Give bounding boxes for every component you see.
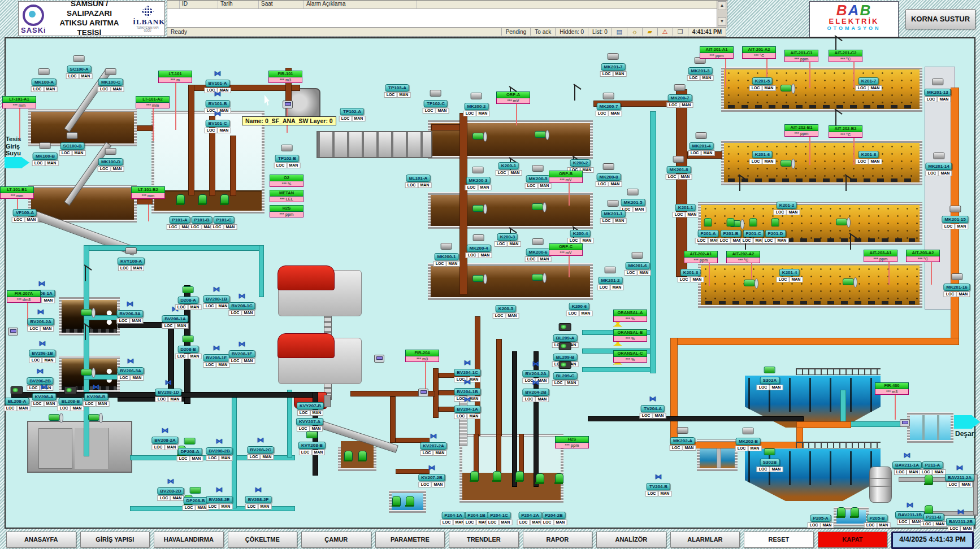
mode-loc[interactable]: LOC xyxy=(465,185,478,190)
device-tag-label[interactable]: BV208-1E xyxy=(203,354,230,361)
mode-loc[interactable]: LOC xyxy=(774,210,787,215)
device-BL101-A[interactable]: BL101-ALOCMAN xyxy=(405,172,432,188)
device-tag-label[interactable]: MK200-2 xyxy=(465,103,489,110)
device-VF100-A[interactable]: VF100-ALOCMAN xyxy=(12,206,38,223)
device-MK100-D[interactable]: MK100-DLOCMAN xyxy=(98,148,124,172)
mode-man[interactable]: MAN xyxy=(433,450,446,456)
mode-loc[interactable]: LOC xyxy=(420,450,433,456)
device-BV208-2B[interactable]: ⋈BV208-2BLOCMAN xyxy=(206,438,232,461)
mode-man[interactable]: MAN xyxy=(658,491,671,496)
mode-loc[interactable]: LOC xyxy=(596,111,609,116)
mode-loc[interactable]: LOC xyxy=(203,362,216,368)
mode-man[interactable]: MAN xyxy=(96,401,109,407)
mode-man[interactable]: MAN xyxy=(16,406,30,411)
device-MK200-4[interactable]: MK200-4LOCMAN xyxy=(466,234,492,258)
mode-loc[interactable]: LOC xyxy=(189,224,202,230)
device-BV206-3A[interactable]: ⋈BV206-3ALOCMAN xyxy=(116,301,143,324)
mode-man[interactable]: MAN xyxy=(175,323,188,329)
mode-man[interactable]: MAN xyxy=(131,265,144,271)
device-tag-label[interactable]: MK201-15 xyxy=(942,216,968,223)
mode-loc[interactable]: LOC xyxy=(58,406,71,411)
alarm-scrollbar[interactable]: ▲▼ xyxy=(717,1,727,27)
device-tag-label[interactable]: BV204-1C xyxy=(454,369,480,376)
device-BV208-2A[interactable]: ⋈BV208-2ALOCMAN xyxy=(151,428,178,450)
mode-loc[interactable]: LOC xyxy=(4,406,17,411)
device-tag-label[interactable]: BV204-2B xyxy=(522,389,549,396)
mode-man[interactable]: MAN xyxy=(260,454,274,460)
device-tag-label[interactable]: MK201-2 xyxy=(599,277,623,284)
device-P204-2B[interactable]: P204-2BLOCMAN xyxy=(541,509,567,525)
mode-man[interactable]: MAN xyxy=(685,212,699,217)
mode-man[interactable]: MAN xyxy=(478,185,491,190)
device-tag-label[interactable]: P211-B xyxy=(923,513,944,521)
device-TV204-B[interactable]: ⋈TV204-BLOCMAN xyxy=(645,474,672,496)
device-MK201-13[interactable]: MK201-13LOCMAN xyxy=(924,79,951,102)
mode-man[interactable]: MAN xyxy=(608,181,622,187)
device-KV207-2A[interactable]: ⋈KV207-2ALOCMAN xyxy=(420,433,446,456)
mode-man[interactable]: MAN xyxy=(79,73,92,79)
device-MK202-A[interactable]: MK202-ALOCMAN xyxy=(670,427,696,451)
mode-man[interactable]: MAN xyxy=(610,285,623,290)
mode-man[interactable]: MAN xyxy=(565,380,578,386)
mode-man[interactable]: MAN xyxy=(535,396,549,402)
horn-mute-button[interactable]: KORNA SUSTUR xyxy=(905,9,975,29)
mode-man[interactable]: MAN xyxy=(44,86,57,92)
mode-man[interactable]: MAN xyxy=(41,298,55,303)
device-tag-label[interactable]: BV208-2E xyxy=(206,496,233,503)
device-tag-label[interactable]: K200-3 xyxy=(497,233,518,241)
mode-loc[interactable]: LOC xyxy=(687,75,700,81)
mode-loc[interactable]: LOC xyxy=(523,396,536,402)
device-tag-label[interactable]: P204-1B xyxy=(465,512,488,519)
device-BAV211-1A[interactable]: ⋈BAV211-1ALOCMAN xyxy=(892,452,922,475)
device-tag-label[interactable]: BV101-B xyxy=(206,100,230,107)
mode-loc[interactable]: LOC xyxy=(740,238,753,243)
device-tag-label[interactable]: BV206-3A xyxy=(117,367,144,374)
device-tag-label[interactable]: BL209-B xyxy=(553,354,577,361)
mode-man[interactable]: MAN xyxy=(431,482,445,487)
mode-man[interactable]: MAN xyxy=(70,406,84,411)
mode-man[interactable]: MAN xyxy=(418,182,431,188)
mode-man[interactable]: MAN xyxy=(168,396,181,402)
device-tag-label[interactable]: BL208-A xyxy=(5,398,29,405)
nav-button-çökeltme[interactable]: ÇÖKELTME xyxy=(228,531,298,548)
mode-loc[interactable]: LOC xyxy=(158,495,171,501)
device-MK201-7[interactable]: MK201-7LOCMAN xyxy=(600,53,627,77)
mode-loc[interactable]: LOC xyxy=(454,413,467,419)
mode-man[interactable]: MAN xyxy=(775,238,788,243)
mode-loc[interactable]: LOC xyxy=(808,522,821,528)
mode-man[interactable]: MAN xyxy=(188,304,201,310)
device-tag-label[interactable]: BV208-2A xyxy=(151,437,178,444)
mode-loc[interactable]: LOC xyxy=(59,150,72,156)
mode-man[interactable]: MAN xyxy=(498,520,512,525)
device-tag-label[interactable]: BV206-3A xyxy=(116,310,143,317)
mode-loc[interactable]: LOC xyxy=(552,380,565,386)
mode-loc[interactable]: LOC xyxy=(463,111,476,116)
mode-loc[interactable]: LOC xyxy=(466,252,479,258)
mode-loc[interactable]: LOC xyxy=(245,504,258,509)
device-BL209-C[interactable]: BL209-CLOCMAN xyxy=(552,361,579,386)
mode-loc[interactable]: LOC xyxy=(118,375,131,381)
mode-man[interactable]: MAN xyxy=(955,224,968,229)
device-DP208-A[interactable]: DP208-ALOCMAN xyxy=(177,438,203,461)
device-tag-label[interactable]: P201-B xyxy=(720,230,741,237)
device-tag-label[interactable]: K201-7 xyxy=(858,77,879,85)
mode-loc[interactable]: LOC xyxy=(175,304,188,310)
device-tag-label[interactable]: D208-B xyxy=(177,346,199,353)
device-P211-B[interactable]: P211-BLOCMAN xyxy=(921,511,947,527)
device-BAV211-2A[interactable]: ⋈BAV211-2ALOCMAN xyxy=(945,465,974,487)
device-tag-label[interactable]: KV208-B xyxy=(84,393,109,400)
mode-loc[interactable]: LOC xyxy=(942,224,955,229)
device-tag-label[interactable]: P101-C xyxy=(213,216,234,224)
mode-man[interactable]: MAN xyxy=(446,261,459,267)
mode-man[interactable]: MAN xyxy=(938,171,952,176)
mode-loc[interactable]: LOC xyxy=(299,450,312,455)
device-SC100-B[interactable]: SC100-BLOCMAN xyxy=(59,132,86,156)
mode-man[interactable]: MAN xyxy=(189,456,203,461)
device-tag-label[interactable]: BL209-C xyxy=(553,372,577,380)
device-P205-A[interactable]: P205-ALOCMAN xyxy=(808,512,834,528)
device-tag-label[interactable]: BL208-B xyxy=(59,398,83,405)
nav-button-rapor[interactable]: RAPOR xyxy=(523,531,593,548)
device-tag-label[interactable]: BL101-A xyxy=(406,175,430,182)
device-tag-label[interactable]: BAV211-1A xyxy=(892,461,922,469)
device-tag-label[interactable]: MK202-B xyxy=(736,438,761,445)
